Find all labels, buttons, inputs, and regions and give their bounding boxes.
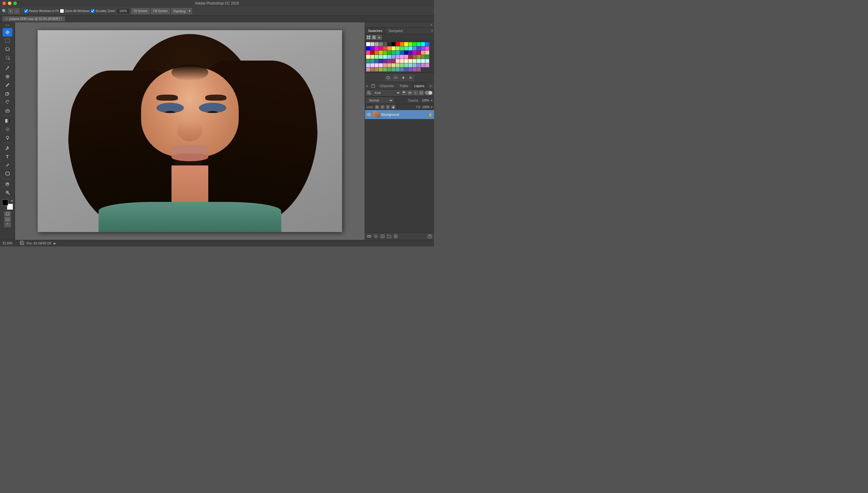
swatch-r4-21[interactable] xyxy=(417,63,421,67)
swatch-violet[interactable] xyxy=(370,46,374,50)
swatch-r2-8[interactable] xyxy=(413,46,416,50)
blend-mode-dropdown[interactable]: Normal xyxy=(367,98,394,103)
swatch-r5-11[interactable] xyxy=(413,67,416,71)
swatch-r3-19[interactable] xyxy=(370,59,374,63)
swatch-r3-9[interactable] xyxy=(391,55,395,59)
move-tool[interactable] xyxy=(3,28,13,37)
swatch-r3-16[interactable] xyxy=(421,55,425,59)
filter-type-icon[interactable]: T xyxy=(413,90,418,95)
lock-move-icon[interactable] xyxy=(386,105,390,109)
link-layers-btn[interactable] xyxy=(367,234,372,239)
swatch-r3-23[interactable] xyxy=(387,59,391,63)
scrubby-zoom-check[interactable]: Scrubby Zoom xyxy=(91,9,115,13)
filter-toggle[interactable] xyxy=(425,91,433,95)
panel-trash-btn[interactable] xyxy=(370,84,377,88)
swatch-r5-9[interactable] xyxy=(404,67,408,71)
layer-visibility-icon[interactable] xyxy=(367,112,371,117)
swatch-r3-10[interactable] xyxy=(396,55,400,59)
document-tab[interactable]: ✕ justyna-1838 copy @ 33.3% (RGB/8°) * xyxy=(2,16,65,21)
spark-icon[interactable] xyxy=(400,74,407,81)
tab-channels[interactable]: Channels xyxy=(377,83,397,89)
add-style-btn[interactable] xyxy=(373,234,378,239)
swatch-r2-23[interactable] xyxy=(413,51,416,55)
document-canvas[interactable] xyxy=(38,30,342,232)
marquee-rect-tool[interactable] xyxy=(3,37,13,45)
swatch-r4-4[interactable] xyxy=(408,59,412,63)
swatch-r2-13[interactable] xyxy=(370,51,374,55)
zoom-in-btn[interactable]: + xyxy=(8,8,13,14)
swatch-r4-11[interactable] xyxy=(375,63,378,67)
zoom-all-check[interactable]: Zoom All Windows xyxy=(60,9,89,13)
swatches-list-icon[interactable] xyxy=(372,35,376,40)
swatch-r3-11[interactable] xyxy=(400,55,404,59)
swatch-r3-6[interactable] xyxy=(379,55,383,59)
zoom-tool[interactable] xyxy=(3,188,13,197)
tools-collapse-icon[interactable]: « xyxy=(5,23,7,27)
cloud-icon[interactable] xyxy=(392,74,399,81)
swatch-r4-16[interactable] xyxy=(396,63,400,67)
swatch-r5-6[interactable] xyxy=(391,67,395,71)
swatch-r4-13[interactable] xyxy=(383,63,387,67)
minimize-button[interactable] xyxy=(8,1,12,5)
swatch-r3-4[interactable] xyxy=(370,55,374,59)
swatch-r5-5[interactable] xyxy=(387,67,391,71)
swatch-r2-12[interactable] xyxy=(366,51,370,55)
swatch-cyan[interactable] xyxy=(421,42,425,46)
swatch-r2-6[interactable] xyxy=(404,46,408,50)
text-tool[interactable]: T xyxy=(3,152,13,161)
swatch-r3-21[interactable] xyxy=(379,59,383,63)
swatch-r4-14[interactable] xyxy=(387,63,391,67)
swatch-r2-22[interactable] xyxy=(408,51,412,55)
filter-adj-icon[interactable] xyxy=(408,90,412,95)
swatch-r2-7[interactable] xyxy=(408,46,412,50)
filter-pixel-icon[interactable] xyxy=(402,90,407,95)
swatch-lgray[interactable] xyxy=(370,42,374,46)
filter-kind-dropdown[interactable]: Kind xyxy=(372,90,401,95)
artboard-tool[interactable] xyxy=(4,217,11,222)
swatch-r5-3[interactable] xyxy=(379,67,383,71)
swatch-r3-13[interactable] xyxy=(408,55,412,59)
new-group-btn[interactable] xyxy=(386,234,392,239)
swatch-red[interactable] xyxy=(396,42,400,46)
swatch-r4-24[interactable] xyxy=(366,67,370,71)
clone-stamp-tool[interactable] xyxy=(3,89,13,98)
foreground-color[interactable] xyxy=(2,199,8,206)
swatch-white[interactable] xyxy=(366,42,370,46)
layers-menu-btn[interactable]: ≡ xyxy=(430,84,434,88)
save-status-icon[interactable] xyxy=(20,241,24,246)
swatch-r3-18[interactable] xyxy=(366,59,370,63)
swatch-r2-20[interactable] xyxy=(400,51,404,55)
resize-windows-check[interactable]: Resize Windows to Fit xyxy=(24,9,59,13)
tab-swatches[interactable]: Swatches xyxy=(365,28,386,34)
swatch-r3-22[interactable] xyxy=(383,59,387,63)
swatch-r3-20[interactable] xyxy=(375,59,378,63)
dodge-tool[interactable] xyxy=(3,133,13,142)
blur-tool[interactable] xyxy=(3,125,13,133)
collapse-icon[interactable]: « xyxy=(430,23,432,26)
hand-tool[interactable] xyxy=(3,180,13,188)
swatch-r2-9[interactable] xyxy=(417,46,421,50)
pen-tool[interactable] xyxy=(3,144,13,152)
status-arrow[interactable]: ▶ xyxy=(53,242,56,245)
swatch-r3-14[interactable] xyxy=(413,55,416,59)
add-mask-btn[interactable] xyxy=(380,234,385,239)
swatch-r2-1[interactable] xyxy=(383,46,387,50)
swatch-r4-6[interactable] xyxy=(417,59,421,63)
standard-screen-mode[interactable] xyxy=(4,212,11,216)
tab-navigator[interactable]: Navigator xyxy=(386,28,406,34)
swatch-rose[interactable] xyxy=(379,46,383,50)
swatch-r2-17[interactable] xyxy=(387,51,391,55)
swatch-r3-17[interactable] xyxy=(425,55,429,59)
swatch-spring[interactable] xyxy=(417,42,421,46)
swatch-r2-2[interactable] xyxy=(387,46,391,50)
swatch-r4-20[interactable] xyxy=(413,63,416,67)
spot-heal-tool[interactable] xyxy=(3,72,13,81)
fx-icon[interactable]: fx xyxy=(408,74,414,81)
lasso-tool[interactable] xyxy=(3,45,13,53)
tools-expand-icon[interactable]: » xyxy=(8,23,9,27)
swatch-r2-16[interactable] xyxy=(383,51,387,55)
swatch-r4-7[interactable] xyxy=(421,59,425,63)
swatch-r2-24[interactable] xyxy=(417,51,421,55)
swatch-mgray[interactable] xyxy=(375,42,378,46)
filter-shape-icon[interactable] xyxy=(419,90,424,95)
